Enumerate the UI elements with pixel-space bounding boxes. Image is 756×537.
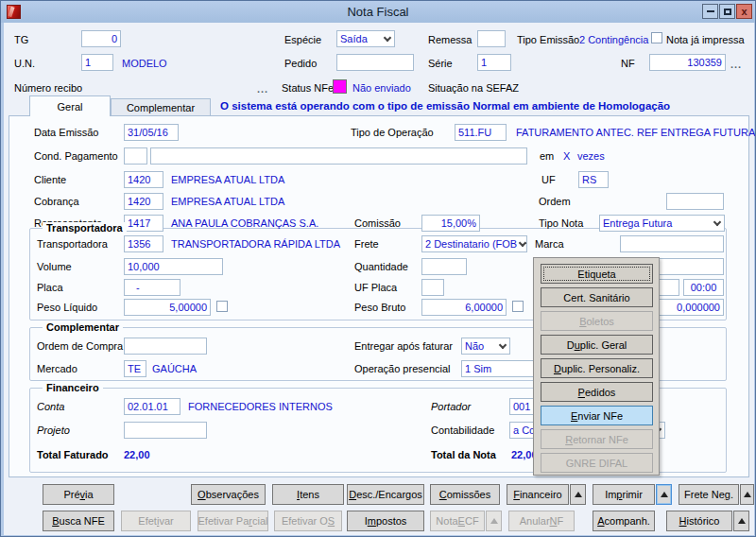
historico-button[interactable]: Histórico xyxy=(666,511,732,531)
previa-button[interactable]: Prévia xyxy=(43,484,114,505)
peso-bruto-checkbox[interactable] xyxy=(512,301,524,312)
arrow-up-icon xyxy=(490,518,498,524)
recibo-more-button[interactable]: ... xyxy=(257,85,268,93)
desc-encargos-button[interactable]: Desc./Encargos xyxy=(347,484,424,505)
window-title: Nota Fiscal xyxy=(1,5,755,19)
chevron-down-icon xyxy=(499,340,507,348)
cond-pagamento-desc-field[interactable] xyxy=(150,147,527,165)
representante-field[interactable]: 1417 xyxy=(124,215,163,232)
maximize-button[interactable] xyxy=(719,4,735,19)
tipo-nota-select[interactable]: Entrega Futura xyxy=(599,215,725,232)
ordem-label: Ordem xyxy=(539,196,571,207)
tipo-emissao-label: Tipo Emissão xyxy=(517,34,579,45)
ordem-compra-field[interactable] xyxy=(124,338,207,355)
anular-nf-button[interactable]: Anular NF xyxy=(508,511,575,531)
comissao-field[interactable]: 15,00% xyxy=(421,215,480,232)
marca-field[interactable] xyxy=(620,235,724,252)
imprimir-expand-button[interactable] xyxy=(656,484,672,505)
duplic-geral-button[interactable]: Duplic. Geral xyxy=(541,335,653,355)
frete-neg-button[interactable]: Frete Neg. xyxy=(679,484,739,505)
duplic-personaliz-button[interactable]: Duplic. Personaliz. xyxy=(541,358,653,378)
peso-bruto-field[interactable]: 6,00000 xyxy=(421,299,507,316)
retornar-nfe-button[interactable]: Retornar NFe xyxy=(541,429,653,449)
conta-field[interactable]: 02.01.01 xyxy=(124,398,180,415)
uf-placa-field[interactable] xyxy=(421,279,444,296)
mercado-field[interactable]: TE xyxy=(124,360,146,377)
pedidos-button[interactable]: Pedidos xyxy=(541,382,653,402)
quantidade-field[interactable] xyxy=(421,258,467,275)
arrow-up-icon xyxy=(661,492,668,497)
tab-complementar[interactable]: Complementar xyxy=(111,98,211,115)
nf-field[interactable]: 130359 xyxy=(649,54,726,71)
pedido-field[interactable] xyxy=(336,54,414,71)
contabilidade-label: Contabilidade xyxy=(431,424,494,436)
volume-field[interactable]: 10,000 xyxy=(124,258,223,275)
frete-select[interactable]: 2 Destinatario (FOB xyxy=(421,235,527,252)
nota-ecf-expand-button[interactable] xyxy=(486,511,502,531)
financeiro-button[interactable]: Financeiro xyxy=(507,484,569,505)
vezes-label: vezes xyxy=(577,150,605,162)
un-field[interactable]: 1 xyxy=(81,54,113,71)
uf-label: UF xyxy=(541,174,556,185)
operacao-presencial-label: Operação presencial xyxy=(354,363,451,374)
data-emissao-field[interactable]: 31/05/16 xyxy=(124,124,179,141)
frete-label: Frete xyxy=(354,238,379,250)
representante-desc: ANA PAULA COBRANÇAS S.A. xyxy=(171,217,318,229)
enviar-nfe-button[interactable]: Enviar NFe xyxy=(541,406,653,425)
itens-button[interactable]: Itens xyxy=(272,484,344,505)
busca-nfe-button[interactable]: Busca NFE xyxy=(43,511,114,531)
title-bar[interactable]: Nota Fiscal x xyxy=(1,1,755,23)
ordem-field[interactable] xyxy=(666,193,724,210)
tipo-operacao-field[interactable]: 511.FU xyxy=(455,124,507,141)
print-actions-popup: Etiqueta Cert. Sanitário Boletos Duplic.… xyxy=(533,257,660,476)
nota-ja-impressa-checkbox[interactable] xyxy=(651,32,662,43)
uf-field[interactable]: RS xyxy=(578,171,609,188)
tipo-nota-label: Tipo Nota xyxy=(539,217,583,229)
homologacao-warning: O sistema está operando com o tipo de em… xyxy=(220,100,670,112)
uf-placa-label: UF Placa xyxy=(354,282,397,293)
projeto-label: Projeto xyxy=(37,424,70,436)
close-button[interactable]: x xyxy=(736,4,752,19)
tipo-emissao-value: 2 Contingência xyxy=(579,34,648,45)
nota-ecf-button[interactable]: Nota ECF xyxy=(430,511,485,531)
efetivar-parcial-button[interactable]: Efetivar Parcial xyxy=(198,511,268,531)
placa-field[interactable]: - xyxy=(124,279,180,296)
etiqueta-button[interactable]: Etiqueta xyxy=(541,264,653,284)
boletos-button[interactable]: Boletos xyxy=(541,311,653,331)
tipo-operacao-desc: FATURAMENTO ANTEC. REF ENTREGA FUTURA xyxy=(516,127,755,138)
peso-liquido-field[interactable]: 5,00000 xyxy=(124,299,211,316)
minimize-button[interactable] xyxy=(702,4,718,19)
frete-neg-expand-button[interactable] xyxy=(740,484,754,505)
peso-liquido-checkbox[interactable] xyxy=(216,301,228,312)
tipo-operacao-label: Tipo de Operação xyxy=(351,127,434,138)
serie-field[interactable]: 1 xyxy=(477,54,511,71)
efetivar-os-button[interactable]: Efetivar OS xyxy=(274,511,342,531)
tg-field[interactable]: 0 xyxy=(81,30,121,47)
projeto-field[interactable] xyxy=(124,422,207,439)
tab-geral[interactable]: Geral xyxy=(29,95,111,116)
mercado-label: Mercado xyxy=(37,363,77,374)
efetivar-button[interactable]: Efetivar xyxy=(121,511,191,531)
nf-more-button[interactable]: ... xyxy=(730,61,742,68)
comissoes-button[interactable]: Comissões xyxy=(430,484,500,505)
acompanh-button[interactable]: Acompanh. xyxy=(593,511,655,531)
hora-saida-field[interactable]: 00:00 xyxy=(683,279,724,296)
cliente-field[interactable]: 1420 xyxy=(124,171,163,188)
transportadora-field[interactable]: 1356 xyxy=(124,235,163,252)
entregar-apos-faturar-select[interactable]: Não xyxy=(461,338,510,355)
gnre-difal-button[interactable]: GNRE DIFAL xyxy=(541,453,653,473)
arrow-up-icon xyxy=(575,492,582,497)
observacoes-button[interactable]: Observações xyxy=(191,484,266,505)
especie-select[interactable]: Saída xyxy=(336,30,395,47)
financeiro-expand-button[interactable] xyxy=(570,484,586,505)
cond-pagamento-code-field[interactable] xyxy=(124,147,147,165)
remessa-field[interactable] xyxy=(477,30,506,47)
cobranca-desc: EMPRESA ATUAL LTDA xyxy=(171,196,284,207)
pedido-label: Pedido xyxy=(284,58,317,69)
historico-expand-button[interactable] xyxy=(733,511,749,531)
nota-fiscal-window: Nota Fiscal x TG 0 Espécie Saída Remessa… xyxy=(0,0,756,537)
cert-sanitario-button[interactable]: Cert. Sanitário xyxy=(541,287,653,307)
imprimir-button[interactable]: Imprimir xyxy=(593,484,655,505)
impostos-button[interactable]: Impostos xyxy=(347,511,424,531)
cobranca-field[interactable]: 1420 xyxy=(124,193,163,210)
